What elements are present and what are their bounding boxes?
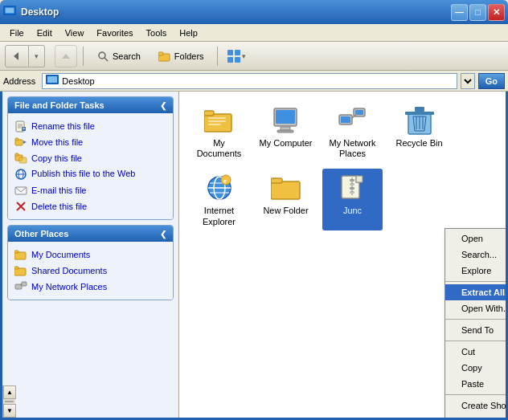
address-value: Desktop — [62, 76, 94, 86]
place-my-documents[interactable]: My Documents — [11, 247, 170, 263]
ctx-create-shortcut[interactable]: Create Shortcut — [445, 398, 506, 414]
ctx-delete[interactable]: Delete — [445, 414, 506, 418]
address-input[interactable]: Desktop — [42, 73, 457, 89]
address-label: Address — [3, 76, 39, 86]
task-rename[interactable]: Rename this file — [11, 118, 170, 134]
svg-rect-36 — [14, 267, 18, 269]
minimize-button[interactable]: — — [451, 4, 468, 21]
ctx-openwith[interactable]: Open With... — [445, 300, 506, 316]
view-button[interactable]: ▾ — [223, 47, 250, 66]
ctx-copy[interactable]: Copy — [445, 360, 506, 376]
ctx-paste[interactable]: Paste — [445, 376, 506, 392]
task-publish[interactable]: Publish this file to the Web — [11, 166, 170, 182]
recycle-bin-icon — [404, 104, 436, 137]
left-panel-scrollbar[interactable]: ▲ ▼ — [2, 385, 15, 418]
svg-rect-40 — [204, 114, 231, 132]
file-folder-tasks-header[interactable]: File and Folder Tasks ❮ — [8, 97, 173, 113]
menu-bar: File Edit View Favorites Tools Help — [0, 24, 508, 42]
svg-marker-3 — [14, 52, 18, 60]
place-shared-documents[interactable]: Shared Documents — [11, 263, 170, 279]
menu-help[interactable]: Help — [173, 27, 204, 39]
back-button[interactable] — [5, 45, 29, 67]
ie-label: Internet Explorer — [192, 206, 246, 226]
copy-icon — [14, 152, 27, 165]
ctx-sep-4 — [445, 394, 506, 395]
address-bar: Address Desktop ▾ Go — [0, 71, 508, 92]
svg-rect-11 — [227, 57, 233, 63]
ctx-explore[interactable]: Explore — [445, 263, 506, 279]
task-move[interactable]: Move this file — [11, 134, 170, 150]
ctx-search[interactable]: Search... — [445, 247, 506, 263]
svg-rect-68 — [271, 178, 282, 183]
maximize-button[interactable]: □ — [469, 4, 486, 21]
icon-my-documents[interactable]: My Documents — [189, 101, 249, 162]
go-button[interactable]: Go — [478, 73, 505, 89]
section2-chevron: ❮ — [160, 230, 166, 239]
section1-chevron: ❮ — [160, 101, 166, 110]
icon-internet-explorer[interactable]: e Internet Explorer — [189, 169, 249, 230]
place-network[interactable]: My Network Places — [11, 279, 170, 295]
menu-view[interactable]: View — [59, 27, 91, 39]
title-bar: Desktop — □ ✕ — [0, 0, 508, 24]
ctx-sep-3 — [445, 340, 506, 341]
search-button[interactable]: Search — [89, 47, 148, 66]
network-small-icon — [14, 280, 27, 293]
task-copy[interactable]: Copy this file — [11, 150, 170, 166]
svg-rect-2 — [6, 8, 14, 13]
scroll-thumb[interactable] — [5, 401, 14, 402]
up-button[interactable] — [55, 45, 77, 67]
my-computer-icon — [270, 104, 302, 137]
folders-label: Folders — [174, 51, 204, 61]
window-controls: — □ ✕ — [451, 4, 505, 21]
file-folder-tasks-body: Rename this file Move this file — [8, 113, 173, 219]
ie-icon: e — [203, 172, 236, 204]
svg-rect-41 — [204, 111, 214, 116]
task-delete[interactable]: Delete this file — [11, 198, 170, 214]
forward-dropdown[interactable]: ▾ — [29, 45, 45, 67]
close-button[interactable]: ✕ — [488, 4, 505, 21]
svg-rect-22 — [15, 138, 18, 141]
svg-rect-44 — [208, 124, 221, 125]
my-documents-icon — [203, 104, 236, 137]
icon-junc[interactable]: Junc — [322, 169, 383, 230]
menu-favorites[interactable]: Favorites — [90, 27, 139, 39]
task-email[interactable]: E-mail this file — [11, 182, 170, 198]
icon-recycle-bin[interactable]: Recycle Bin — [389, 101, 449, 162]
junc-icon — [337, 172, 369, 204]
svg-rect-55 — [405, 112, 434, 115]
svg-rect-25 — [15, 153, 18, 156]
svg-rect-38 — [22, 282, 27, 286]
icon-my-computer[interactable]: My Computer — [256, 101, 316, 162]
address-dropdown[interactable]: ▾ — [461, 73, 475, 89]
menu-tools[interactable]: Tools — [140, 27, 174, 39]
scroll-up-arrow[interactable]: ▲ — [3, 385, 16, 399]
folders-button[interactable]: Folders — [151, 47, 211, 65]
svg-rect-42 — [208, 117, 226, 119]
svg-marker-4 — [62, 54, 70, 59]
menu-file[interactable]: File — [3, 27, 31, 39]
right-panel: My Documents My Computer — [179, 92, 506, 418]
svg-point-5 — [99, 52, 105, 59]
icon-new-folder[interactable]: New Folder — [256, 169, 316, 230]
publish-icon — [14, 168, 27, 181]
ctx-cut[interactable]: Cut — [445, 344, 506, 360]
svg-rect-26 — [19, 157, 27, 163]
folder-small-icon-1 — [14, 248, 27, 261]
other-places-header[interactable]: Other Places ❮ — [8, 226, 173, 242]
ctx-extract[interactable]: Extract All... ↖ — [445, 284, 506, 300]
menu-edit[interactable]: Edit — [31, 27, 59, 39]
ctx-sendto[interactable]: Send To ▶ — [445, 322, 506, 338]
svg-rect-50 — [341, 116, 350, 123]
scroll-down-arrow[interactable]: ▼ — [3, 404, 16, 418]
toolbar-separator-1 — [83, 47, 84, 66]
section1-title: File and Folder Tasks — [14, 100, 104, 110]
svg-line-6 — [104, 58, 108, 61]
svg-marker-23 — [23, 141, 27, 144]
ctx-open[interactable]: Open — [445, 230, 506, 247]
icon-my-network[interactable]: My Network Places — [322, 101, 383, 162]
svg-rect-8 — [158, 52, 163, 55]
email-icon — [14, 184, 27, 197]
my-documents-label: My Documents — [192, 138, 246, 159]
toolbar: ▾ Search Folders ▾ — [0, 42, 508, 71]
svg-text:e: e — [223, 178, 227, 184]
